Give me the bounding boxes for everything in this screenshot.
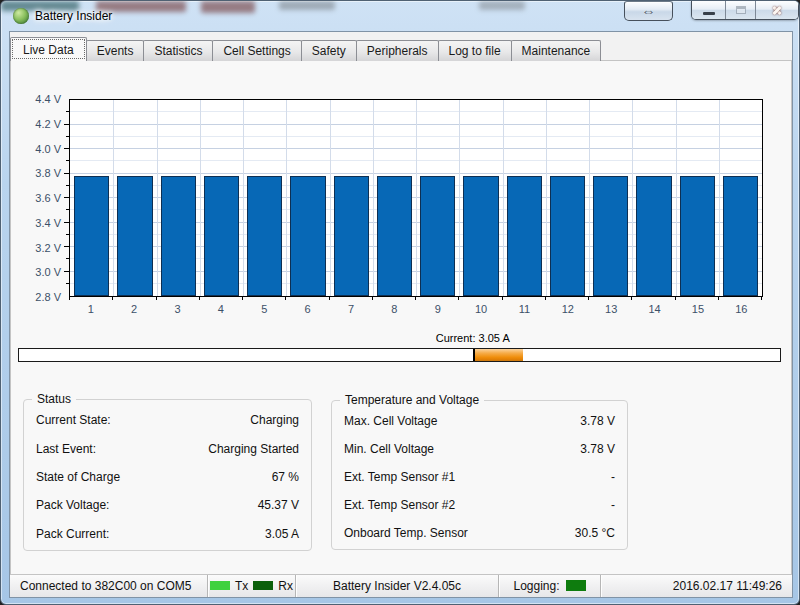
chart-bar [74,176,109,296]
current-gauge [18,348,781,362]
spread-button[interactable]: ⇔ [624,1,673,21]
v-gridline [459,100,460,296]
status-row: Pack Current:3.05 A [36,527,299,541]
minimize-button[interactable] [692,1,726,19]
row-value: 3.78 V [580,414,615,428]
y-axis-tick [66,258,69,259]
logging-indicator [566,580,586,591]
status-rows: Current State:Charging Last Event:Chargi… [24,406,311,548]
y-tick-label: 3.8 V [35,167,61,179]
close-button[interactable] [756,1,798,19]
row-value: 3.78 V [580,442,615,456]
v-gridline [200,100,201,296]
row-value: 3.05 A [265,527,299,541]
x-tick-label: 7 [348,303,354,315]
v-gridline [157,100,158,296]
row-label: Pack Current: [36,527,109,541]
x-axis-tick [761,296,762,300]
temperature-rows: Max. Cell Voltage3.78 V Min. Cell Voltag… [332,407,627,547]
txrx-section: Tx Rx [208,574,296,597]
background-smudge [201,1,255,13]
row-value: 67 % [272,470,299,484]
row-label: State of Charge [36,470,120,484]
x-axis-tick [718,296,719,300]
x-tick-label: 3 [174,303,180,315]
row-value: Charging [250,413,299,427]
y-axis-tick [64,246,69,247]
x-tick-label: 9 [435,303,441,315]
x-axis-tick [285,296,286,300]
row-value: Charging Started [208,442,299,456]
client-area: Live Data Events Statistics Cell Setting… [9,31,793,598]
live-data-page: 2.8 V3.0 V3.2 V3.4 V3.6 V3.8 V4.0 V4.2 V… [10,60,792,575]
x-axis-tick [112,296,113,300]
x-axis-tick [631,296,632,300]
tx-indicator [210,581,230,590]
chart-bar [117,176,152,296]
v-gridline [113,100,114,296]
x-axis-tick [69,296,70,300]
x-tick-label: 1 [88,303,94,315]
app-icon [13,8,29,24]
temperature-groupbox: Temperature and Voltage Max. Cell Voltag… [331,400,628,550]
chart-bar [507,176,542,296]
rx-label: Rx [278,579,293,593]
version-section: Battery Insider V2.4.05c [296,574,499,597]
window-title: Battery Insider [35,9,112,23]
tab-live-data[interactable]: Live Data [10,37,87,61]
x-axis-tick [415,296,416,300]
y-tick-label: 4.0 V [35,143,61,155]
v-gridline [632,100,633,296]
y-tick-label: 4.4 V [35,93,61,105]
titlebar[interactable]: Battery Insider ⇔ [1,1,799,31]
tab-log-to-file[interactable]: Log to file [438,40,512,61]
row-label: Onboard Temp. Sensor [344,526,468,540]
v-gridline [719,100,720,296]
temperature-row: Onboard Temp. Sensor30.5 °C [344,526,615,540]
y-axis-tick [66,111,69,112]
v-gridline [286,100,287,296]
v-gridline [243,100,244,296]
row-label: Ext. Temp Sensor #1 [344,470,455,484]
background-smudge [479,1,525,10]
row-label: Current State: [36,413,111,427]
y-tick-label: 4.2 V [35,118,61,130]
temperature-row: Max. Cell Voltage3.78 V [344,414,615,428]
chart-bar [290,176,325,296]
tab-maintenance[interactable]: Maintenance [511,40,602,61]
datetime-text: 2016.02.17 11:49:26 [673,579,782,593]
chart-y-axis-labels: 2.8 V3.0 V3.2 V3.4 V3.6 V3.8 V4.0 V4.2 V… [11,99,61,297]
y-axis-tick [66,209,69,210]
y-axis-tick [66,185,69,186]
temperature-groupbox-title: Temperature and Voltage [340,393,484,407]
tab-statistics[interactable]: Statistics [143,40,213,61]
y-axis-tick [66,234,69,235]
status-groupbox: Status Current State:Charging Last Event… [23,399,312,551]
chart-bar [377,176,412,296]
x-axis-tick [675,296,676,300]
tab-peripherals[interactable]: Peripherals [356,40,439,61]
chart-bar [420,176,455,296]
x-tick-label: 6 [305,303,311,315]
x-axis-tick [329,296,330,300]
chart-bar [680,176,715,296]
chart-bar [161,176,196,296]
x-axis-tick [156,296,157,300]
tab-safety[interactable]: Safety [301,40,357,61]
chart-bar [247,176,282,296]
v-gridline [676,100,677,296]
connection-text: Connected to 382C00 on COM5 [20,579,191,593]
chart-x-axis-labels: 12345678910111213141516 [69,303,763,317]
tx-label: Tx [235,579,248,593]
x-axis-tick [372,296,373,300]
x-axis-tick [199,296,200,300]
row-value: - [611,470,615,484]
status-row: Current State:Charging [36,413,299,427]
tab-cell-settings[interactable]: Cell Settings [212,40,301,61]
v-gridline [330,100,331,296]
maximize-icon [736,6,746,14]
chart-plot [69,99,763,297]
tab-events[interactable]: Events [86,40,145,61]
y-tick-label: 3.6 V [35,192,61,204]
maximize-button[interactable] [726,1,756,19]
